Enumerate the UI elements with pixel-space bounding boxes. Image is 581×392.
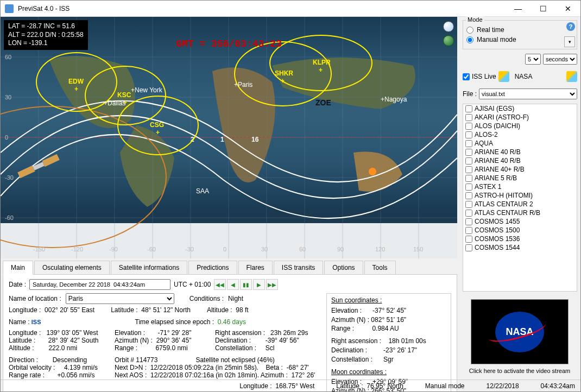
satellite-list-item[interactable]: ARIANE 40 R/B bbox=[463, 148, 577, 156]
lon-tick-label: 0 bbox=[223, 246, 226, 252]
satellite-checkbox[interactable] bbox=[465, 201, 472, 208]
satellite-list-item[interactable]: ASTRO-H (HITOMI) bbox=[463, 191, 577, 200]
maximize-button[interactable]: ☐ bbox=[531, 1, 555, 17]
tab-osculating-elements[interactable]: Osculating elements bbox=[34, 261, 110, 275]
satellite-checkbox[interactable] bbox=[465, 140, 472, 147]
video-stream-box[interactable]: NASA bbox=[471, 299, 569, 364]
gmt-clock: GMT = 356/03:43:23 bbox=[176, 39, 281, 49]
tab-satellite-informations[interactable]: Satellite informations bbox=[111, 261, 187, 275]
satellite-list-item[interactable]: ALOS (DAICHI) bbox=[463, 122, 577, 130]
city-label: +Paris bbox=[234, 81, 252, 88]
lon-tick-label: 90 bbox=[337, 246, 344, 252]
city-label: +Dallas bbox=[104, 99, 125, 107]
lon-tick-label: 120 bbox=[375, 246, 385, 252]
nasa-logo-icon: NASA bbox=[495, 312, 544, 352]
file-label: File : bbox=[463, 90, 477, 98]
tab-flares[interactable]: Flares bbox=[238, 261, 273, 275]
satellite-checkbox[interactable] bbox=[465, 131, 472, 138]
realtime-radio[interactable]: Real time bbox=[466, 26, 573, 34]
file-select[interactable]: visual.txt bbox=[479, 88, 577, 99]
conditions-label: Conditions : bbox=[190, 295, 224, 302]
date-label: Date : bbox=[9, 281, 26, 288]
mode-dropdown-button[interactable]: ▾ bbox=[564, 36, 575, 47]
location-select[interactable]: Paris bbox=[66, 293, 174, 304]
satellite-checkbox[interactable] bbox=[465, 184, 472, 191]
rewind-fast-button[interactable]: ◀◀ bbox=[214, 279, 226, 290]
satellite-checkbox[interactable] bbox=[465, 149, 472, 156]
tab-tools[interactable]: Tools bbox=[364, 261, 396, 275]
satellite-list-item[interactable]: COSMOS 1544 bbox=[463, 243, 577, 252]
minimize-button[interactable]: — bbox=[506, 1, 531, 17]
utc-label: UTC + 01:00 bbox=[174, 281, 211, 288]
satellite-list[interactable]: AJISAI (EGS) AKARI (ASTRO-F) ALOS (DAICH… bbox=[463, 104, 577, 292]
video-stream-label: Click here to activate the video stream bbox=[469, 368, 570, 374]
pause-button[interactable]: ▮▮ bbox=[240, 279, 252, 290]
satellite-name: ISS bbox=[31, 319, 41, 325]
mode-group-title: Mode bbox=[466, 16, 484, 23]
satellite-checkbox[interactable] bbox=[465, 114, 472, 121]
lon-tick-label: -150 bbox=[33, 246, 45, 252]
tab-predictions[interactable]: Predictions bbox=[188, 261, 237, 275]
satellite-list-item[interactable]: COSMOS 1455 bbox=[463, 217, 577, 226]
lat-tick-label: 0 bbox=[5, 134, 8, 141]
forward-fast-button[interactable]: ▶▶ bbox=[266, 279, 278, 290]
satellite-checkbox[interactable] bbox=[465, 157, 472, 165]
world-map[interactable]: 2 1 16 SAA EDW+KSC+CSG+SHKR+KLPR+ +New Y… bbox=[1, 17, 457, 258]
satellite-checkbox[interactable] bbox=[465, 105, 472, 112]
satellite-list-item[interactable]: COSMOS 1536 bbox=[463, 235, 577, 243]
satellite-list-item[interactable]: ASTEX 1 bbox=[463, 182, 577, 191]
station-label: KSC bbox=[117, 91, 131, 99]
zoom-icon[interactable] bbox=[443, 21, 454, 32]
satellite-list-item[interactable]: AJISAI (EGS) bbox=[463, 104, 577, 113]
satellite-list-item[interactable]: AKARI (ASTRO-F) bbox=[463, 113, 577, 122]
satellite-checkbox[interactable] bbox=[465, 175, 472, 182]
satellite-checkbox[interactable] bbox=[465, 236, 472, 243]
satellite-checkbox[interactable] bbox=[465, 218, 472, 225]
manual-radio[interactable]: Manual mode bbox=[466, 36, 573, 43]
satellite-checkbox[interactable] bbox=[465, 244, 472, 251]
lon-tick-label: -120 bbox=[71, 246, 83, 252]
rewind-button[interactable]: ◀ bbox=[227, 279, 239, 290]
city-label: +Nagoya bbox=[381, 96, 407, 103]
window-titlebar: PreviSat 4.0 - ISS — ☐ ✕ bbox=[1, 1, 580, 17]
satellite-checkbox[interactable] bbox=[465, 166, 472, 173]
satellite-list-item[interactable]: ALOS-2 bbox=[463, 130, 577, 139]
station-label: EDW bbox=[68, 78, 84, 85]
date-input[interactable] bbox=[29, 279, 170, 290]
satellite-checkbox[interactable] bbox=[465, 123, 472, 130]
globe-icon[interactable] bbox=[443, 35, 454, 46]
satellite-list-item[interactable]: ATLAS CENTAUR R/B bbox=[463, 208, 577, 217]
weather-icon-2[interactable] bbox=[566, 71, 577, 82]
weather-icon[interactable] bbox=[498, 71, 509, 82]
play-button[interactable]: ▶ bbox=[253, 279, 265, 290]
satellite-list-item[interactable]: AQUA bbox=[463, 139, 577, 148]
svg-point-25 bbox=[369, 168, 376, 175]
tab-main[interactable]: Main bbox=[3, 261, 33, 275]
help-icon[interactable]: ? bbox=[566, 22, 575, 31]
lat-tick-label: 30 bbox=[5, 94, 11, 100]
step-value-select[interactable]: 5 bbox=[525, 54, 541, 65]
satellite-checkbox[interactable] bbox=[465, 210, 472, 217]
step-unit-select[interactable]: seconds bbox=[543, 54, 577, 65]
satellite-checkbox[interactable] bbox=[465, 227, 472, 234]
city-label: +New York bbox=[131, 86, 162, 94]
satellite-checkbox[interactable] bbox=[465, 192, 472, 199]
app-icon bbox=[5, 4, 14, 13]
lon-tick-label: 30 bbox=[261, 246, 268, 252]
lon-tick-label: -90 bbox=[109, 246, 118, 252]
station-label: KLPR bbox=[313, 59, 331, 66]
lat-tick-label: 60 bbox=[5, 54, 11, 60]
playback-controls: ◀◀ ◀ ▮▮ ▶ ▶▶ bbox=[214, 279, 278, 290]
tab-iss-transits[interactable]: ISS transits bbox=[274, 261, 323, 275]
close-button[interactable]: ✕ bbox=[555, 1, 580, 17]
zoe-label: ZOE bbox=[315, 98, 331, 107]
tab-options[interactable]: Options bbox=[324, 261, 363, 275]
svg-text:16: 16 bbox=[251, 136, 259, 143]
satellite-list-item[interactable]: ARIANE 40 R/B bbox=[463, 156, 577, 165]
lon-tick-label: 60 bbox=[299, 246, 306, 252]
iss-live-checkbox[interactable] bbox=[463, 73, 470, 80]
satellite-list-item[interactable]: COSMOS 1500 bbox=[463, 226, 577, 235]
satellite-list-item[interactable]: ARIANE 40+ R/B bbox=[463, 165, 577, 174]
satellite-list-item[interactable]: ATLAS CENTAUR 2 bbox=[463, 200, 577, 208]
satellite-list-item[interactable]: ARIANE 5 R/B bbox=[463, 174, 577, 182]
